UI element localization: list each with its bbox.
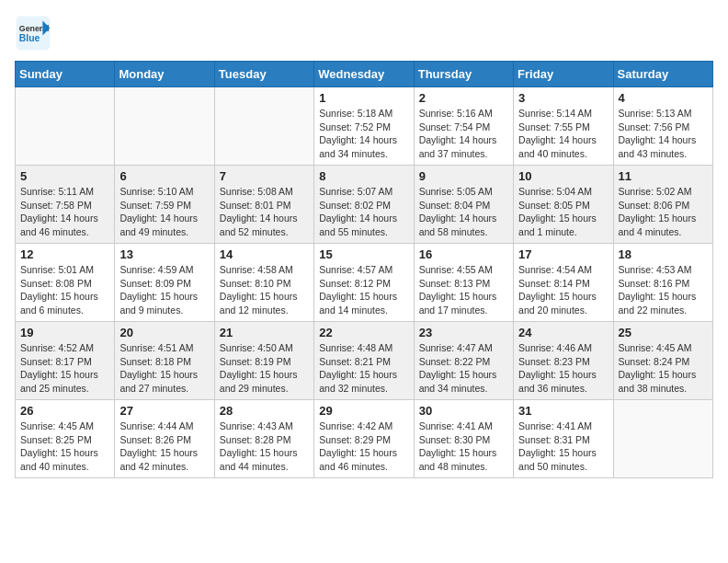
day-info: Sunrise: 5:13 AMSunset: 7:56 PMDaylight:… xyxy=(619,107,708,161)
weekday-header-tuesday: Tuesday xyxy=(214,62,313,87)
day-number: 19 xyxy=(20,326,109,339)
calendar-cell: 12Sunrise: 5:01 AMSunset: 8:08 PMDayligh… xyxy=(16,244,115,322)
calendar-cell: 20Sunrise: 4:51 AMSunset: 8:18 PMDayligh… xyxy=(115,322,214,400)
calendar-cell: 1Sunrise: 5:18 AMSunset: 7:52 PMDaylight… xyxy=(314,87,414,166)
day-info: Sunrise: 4:50 AMSunset: 8:19 PMDaylight:… xyxy=(220,341,309,396)
day-info: Sunrise: 4:42 AMSunset: 8:29 PMDaylight:… xyxy=(319,419,408,474)
calendar-cell: 28Sunrise: 4:43 AMSunset: 8:28 PMDayligh… xyxy=(214,400,313,478)
calendar-table: SundayMondayTuesdayWednesdayThursdayFrid… xyxy=(15,61,713,478)
day-number: 6 xyxy=(119,169,209,183)
day-info: Sunrise: 4:53 AMSunset: 8:16 PMDaylight:… xyxy=(619,263,708,317)
day-info: Sunrise: 5:18 AMSunset: 7:52 PMDaylight:… xyxy=(319,107,408,161)
calendar-cell: 13Sunrise: 4:59 AMSunset: 8:09 PMDayligh… xyxy=(115,244,214,322)
day-info: Sunrise: 4:44 AMSunset: 8:26 PMDaylight:… xyxy=(119,419,209,474)
calendar-cell: 6Sunrise: 5:10 AMSunset: 7:59 PMDaylight… xyxy=(115,166,214,244)
weekday-header-saturday: Saturday xyxy=(613,62,712,87)
calendar-cell: 4Sunrise: 5:13 AMSunset: 7:56 PMDaylight… xyxy=(613,87,712,166)
day-number: 13 xyxy=(119,247,209,261)
day-number: 16 xyxy=(419,247,508,261)
day-number: 7 xyxy=(220,169,309,183)
weekday-header-friday: Friday xyxy=(514,62,613,87)
day-info: Sunrise: 5:08 AMSunset: 8:01 PMDaylight:… xyxy=(220,185,309,239)
day-number: 25 xyxy=(619,326,708,339)
day-info: Sunrise: 4:52 AMSunset: 8:17 PMDaylight:… xyxy=(20,341,109,396)
calendar-cell: 21Sunrise: 4:50 AMSunset: 8:19 PMDayligh… xyxy=(214,322,313,400)
day-number: 18 xyxy=(619,247,708,261)
calendar-cell: 26Sunrise: 4:45 AMSunset: 8:25 PMDayligh… xyxy=(16,400,115,478)
calendar-cell: 11Sunrise: 5:02 AMSunset: 8:06 PMDayligh… xyxy=(613,166,712,244)
day-info: Sunrise: 4:45 AMSunset: 8:25 PMDaylight:… xyxy=(20,419,109,474)
calendar-cell xyxy=(16,87,115,166)
day-info: Sunrise: 4:55 AMSunset: 8:13 PMDaylight:… xyxy=(419,263,508,317)
day-number: 3 xyxy=(518,91,608,105)
day-number: 12 xyxy=(20,247,109,261)
day-number: 5 xyxy=(20,169,109,183)
day-number: 30 xyxy=(419,404,508,418)
calendar-cell: 16Sunrise: 4:55 AMSunset: 8:13 PMDayligh… xyxy=(414,244,513,322)
day-info: Sunrise: 5:16 AMSunset: 7:54 PMDaylight:… xyxy=(419,107,508,161)
day-info: Sunrise: 4:57 AMSunset: 8:12 PMDaylight:… xyxy=(319,263,408,317)
calendar-cell: 17Sunrise: 4:54 AMSunset: 8:14 PMDayligh… xyxy=(514,244,613,322)
day-number: 11 xyxy=(619,169,708,183)
weekday-header-thursday: Thursday xyxy=(414,62,513,87)
calendar-cell: 14Sunrise: 4:58 AMSunset: 8:10 PMDayligh… xyxy=(214,244,313,322)
day-number: 14 xyxy=(220,247,309,261)
day-number: 27 xyxy=(119,404,209,418)
day-number: 10 xyxy=(518,169,608,183)
day-number: 2 xyxy=(419,91,508,105)
day-info: Sunrise: 5:14 AMSunset: 7:55 PMDaylight:… xyxy=(518,107,608,161)
svg-text:Blue: Blue xyxy=(19,33,40,43)
calendar-cell: 19Sunrise: 4:52 AMSunset: 8:17 PMDayligh… xyxy=(16,322,115,400)
day-info: Sunrise: 4:59 AMSunset: 8:09 PMDaylight:… xyxy=(119,263,209,317)
day-info: Sunrise: 5:10 AMSunset: 7:59 PMDaylight:… xyxy=(119,185,209,239)
page-header: General Blue xyxy=(15,15,713,52)
day-number: 24 xyxy=(518,326,608,339)
day-info: Sunrise: 5:01 AMSunset: 8:08 PMDaylight:… xyxy=(20,263,109,317)
calendar-cell: 15Sunrise: 4:57 AMSunset: 8:12 PMDayligh… xyxy=(314,244,414,322)
day-number: 28 xyxy=(220,404,309,418)
day-info: Sunrise: 4:41 AMSunset: 8:31 PMDaylight:… xyxy=(518,419,608,474)
day-number: 22 xyxy=(319,326,408,339)
day-info: Sunrise: 4:51 AMSunset: 8:18 PMDaylight:… xyxy=(119,341,209,396)
day-info: Sunrise: 4:46 AMSunset: 8:23 PMDaylight:… xyxy=(518,341,608,396)
calendar-cell: 25Sunrise: 4:45 AMSunset: 8:24 PMDayligh… xyxy=(613,322,712,400)
weekday-header-sunday: Sunday xyxy=(16,62,115,87)
day-info: Sunrise: 4:41 AMSunset: 8:30 PMDaylight:… xyxy=(419,419,508,474)
calendar-cell: 29Sunrise: 4:42 AMSunset: 8:29 PMDayligh… xyxy=(314,400,414,478)
calendar-cell: 27Sunrise: 4:44 AMSunset: 8:26 PMDayligh… xyxy=(115,400,214,478)
day-number: 29 xyxy=(319,404,408,418)
day-number: 15 xyxy=(319,247,408,261)
calendar-cell: 22Sunrise: 4:48 AMSunset: 8:21 PMDayligh… xyxy=(314,322,414,400)
weekday-header-monday: Monday xyxy=(115,62,214,87)
day-number: 4 xyxy=(619,91,708,105)
day-info: Sunrise: 4:58 AMSunset: 8:10 PMDaylight:… xyxy=(220,263,309,317)
day-info: Sunrise: 5:07 AMSunset: 8:02 PMDaylight:… xyxy=(319,185,408,239)
day-info: Sunrise: 4:48 AMSunset: 8:21 PMDaylight:… xyxy=(319,341,408,396)
day-number: 17 xyxy=(518,247,608,261)
day-info: Sunrise: 5:04 AMSunset: 8:05 PMDaylight:… xyxy=(518,185,608,239)
calendar-cell: 3Sunrise: 5:14 AMSunset: 7:55 PMDaylight… xyxy=(514,87,613,166)
day-number: 9 xyxy=(419,169,508,183)
day-info: Sunrise: 4:43 AMSunset: 8:28 PMDaylight:… xyxy=(220,419,309,474)
day-number: 26 xyxy=(20,404,109,418)
day-number: 23 xyxy=(419,326,508,339)
day-info: Sunrise: 5:02 AMSunset: 8:06 PMDaylight:… xyxy=(619,185,708,239)
day-number: 31 xyxy=(518,404,608,418)
calendar-cell: 10Sunrise: 5:04 AMSunset: 8:05 PMDayligh… xyxy=(514,166,613,244)
day-number: 1 xyxy=(319,91,408,105)
calendar-header: SundayMondayTuesdayWednesdayThursdayFrid… xyxy=(16,62,713,87)
calendar-cell: 8Sunrise: 5:07 AMSunset: 8:02 PMDaylight… xyxy=(314,166,414,244)
calendar-cell: 30Sunrise: 4:41 AMSunset: 8:30 PMDayligh… xyxy=(414,400,513,478)
calendar-cell: 9Sunrise: 5:05 AMSunset: 8:04 PMDaylight… xyxy=(414,166,513,244)
day-info: Sunrise: 5:11 AMSunset: 7:58 PMDaylight:… xyxy=(20,185,109,239)
calendar-cell: 24Sunrise: 4:46 AMSunset: 8:23 PMDayligh… xyxy=(514,322,613,400)
logo: General Blue xyxy=(15,15,55,52)
day-info: Sunrise: 4:45 AMSunset: 8:24 PMDaylight:… xyxy=(619,341,708,396)
day-number: 8 xyxy=(319,169,408,183)
calendar-cell: 7Sunrise: 5:08 AMSunset: 8:01 PMDaylight… xyxy=(214,166,313,244)
calendar-cell xyxy=(115,87,214,166)
calendar-cell: 18Sunrise: 4:53 AMSunset: 8:16 PMDayligh… xyxy=(613,244,712,322)
day-info: Sunrise: 4:54 AMSunset: 8:14 PMDaylight:… xyxy=(518,263,608,317)
calendar-cell xyxy=(613,400,712,478)
weekday-header-wednesday: Wednesday xyxy=(314,62,414,87)
